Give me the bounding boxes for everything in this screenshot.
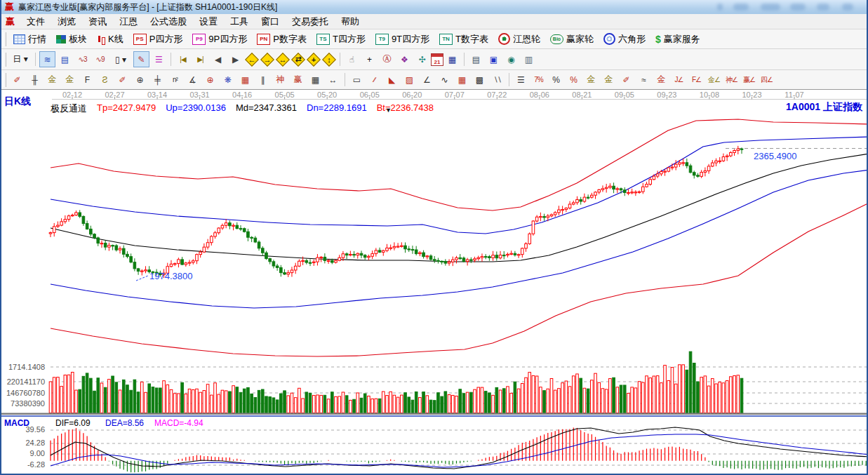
box-diag-icon[interactable]: ▨ bbox=[401, 72, 418, 88]
percent-7-icon[interactable]: 7% bbox=[530, 72, 547, 88]
j-angle-icon[interactable]: J∠ bbox=[671, 72, 687, 88]
gold-circle-icon[interactable]: 金 bbox=[583, 72, 599, 88]
pen-b-icon[interactable]: ✐ bbox=[618, 72, 634, 88]
next-bar-icon[interactable]: ▶ bbox=[227, 51, 243, 67]
pane-period-label[interactable]: 日K线 bbox=[4, 95, 31, 108]
toolbar-item-quotes[interactable]: 行情 bbox=[8, 31, 51, 48]
menu-item-7[interactable]: 窗口 bbox=[255, 14, 286, 29]
four-angle-icon[interactable]: 四∠ bbox=[759, 72, 775, 88]
fan-lines-icon[interactable]: ∕∕ bbox=[366, 72, 382, 88]
period-day-dropdown[interactable]: 日 ▾ bbox=[9, 51, 32, 67]
gold-red-icon[interactable]: 金 bbox=[653, 72, 669, 88]
menu-item-8[interactable]: 交易委托 bbox=[286, 14, 335, 29]
toolbar-item-gann-wheel[interactable]: 江恩轮 bbox=[493, 31, 545, 48]
export-web-icon[interactable]: ◉ bbox=[503, 51, 519, 67]
wave-tool-icon[interactable]: ∿ bbox=[436, 72, 453, 88]
print-icon[interactable]: ▥ bbox=[521, 51, 537, 67]
red-grid-icon[interactable]: ▦ bbox=[454, 72, 470, 88]
draw-pen-2-icon[interactable]: ✐ bbox=[114, 72, 131, 88]
number-grid-icon[interactable]: ▦ bbox=[307, 72, 323, 88]
line-grid-icon[interactable]: ╫ bbox=[27, 72, 43, 88]
titlebar-blurred-control[interactable] bbox=[761, 4, 780, 11]
symbol-label[interactable]: 1A0001 上证指数 bbox=[786, 101, 862, 114]
menu-item-4[interactable]: 公式选股 bbox=[144, 14, 193, 29]
menu-item-9[interactable]: 帮助 bbox=[335, 14, 366, 29]
dark-grid-icon[interactable]: ▩ bbox=[472, 72, 488, 88]
toolbar-item-winner-service[interactable]: $赢家服务 bbox=[650, 31, 705, 48]
toolbar-item-9p-square[interactable]: P99P四方形 bbox=[187, 31, 252, 48]
compress-icon[interactable]: ⇄ bbox=[291, 53, 305, 67]
zoom-in-icon[interactable]: + bbox=[307, 53, 321, 67]
pan-hand-icon[interactable]: ☝ bbox=[344, 51, 360, 67]
calculator-icon[interactable]: ▦ bbox=[444, 51, 460, 67]
gann-shape-icon[interactable]: ❖ bbox=[396, 51, 413, 67]
gold-ratio-2-icon[interactable]: 金 bbox=[62, 72, 78, 88]
shen-angle-icon[interactable]: 神∠ bbox=[723, 72, 740, 88]
info-panel-icon[interactable]: ▤ bbox=[57, 51, 73, 67]
wave-line-icon[interactable]: ≈ bbox=[636, 72, 652, 88]
menu-item-0[interactable]: 文件 bbox=[20, 14, 51, 29]
titlebar-blurred-control[interactable] bbox=[842, 4, 853, 11]
slash-lines-icon[interactable]: ∖∖ bbox=[489, 72, 505, 88]
depth-bars-icon[interactable]: ☰ bbox=[513, 72, 529, 88]
fibo-f-icon[interactable]: F bbox=[79, 72, 95, 88]
pattern-icon[interactable]: ✣ bbox=[414, 51, 430, 67]
wave-3-icon[interactable]: ∿3 bbox=[74, 51, 91, 67]
ying-angle-icon[interactable]: 赢∠ bbox=[741, 72, 757, 88]
percent-line-icon[interactable]: % bbox=[566, 72, 582, 88]
save-icon[interactable]: ▣ bbox=[486, 51, 502, 67]
stretch-horizontal-icon[interactable]: ↔ bbox=[276, 53, 290, 67]
first-page-icon[interactable]: |◀ bbox=[175, 51, 191, 67]
prev-bar-icon[interactable]: ◀ bbox=[210, 51, 226, 67]
wave-9-icon[interactable]: ∿9 bbox=[92, 51, 108, 67]
toolbar-item-t-number-table[interactable]: TNT数字表 bbox=[434, 31, 493, 48]
toolbar-item-9t-square[interactable]: T99T四方形 bbox=[370, 31, 434, 48]
crosshair-circle-icon[interactable]: ⊕ bbox=[202, 72, 218, 88]
gold-ratio-icon[interactable]: 金 bbox=[44, 72, 60, 88]
titlebar-blurred-control[interactable] bbox=[733, 4, 749, 11]
draw-pen-icon[interactable]: ✐ bbox=[9, 72, 25, 88]
hash-lines-icon[interactable]: ╪ bbox=[149, 72, 166, 88]
menu-item-6[interactable]: 工具 bbox=[224, 14, 255, 29]
menu-item-2[interactable]: 资讯 bbox=[82, 14, 113, 29]
cycle-circle-icon[interactable]: ⊕ bbox=[132, 72, 148, 88]
formula-edit-icon[interactable]: ✎ bbox=[133, 51, 149, 67]
calendar-icon[interactable]: 21 bbox=[431, 53, 443, 66]
trend-wave-icon[interactable]: ≋ bbox=[39, 51, 55, 67]
percent-icon[interactable]: % bbox=[548, 72, 564, 88]
toolbar-item-t-square[interactable]: TST四方形 bbox=[312, 31, 370, 48]
toolbar-item-p-square[interactable]: PSP四方形 bbox=[128, 31, 188, 48]
f-angle-icon[interactable]: F∠ bbox=[688, 72, 705, 88]
titlebar-blurred-control[interactable] bbox=[717, 4, 723, 11]
gann-box-icon[interactable]: ▦ bbox=[237, 72, 253, 88]
toolbar-item-kline[interactable]: K线 bbox=[92, 31, 128, 48]
select-box-icon[interactable]: ▭ bbox=[349, 72, 365, 88]
spiral-icon[interactable]: Ƨ bbox=[97, 72, 113, 88]
shen-tool-icon[interactable]: 神 bbox=[272, 72, 288, 88]
gold-line-icon[interactable]: 金 bbox=[601, 72, 617, 88]
star-grid-icon[interactable]: ❋ bbox=[220, 72, 236, 88]
titlebar-blurred-control[interactable] bbox=[790, 4, 806, 11]
fan-corner-icon[interactable]: ◣ bbox=[384, 72, 400, 88]
pan-left-icon[interactable]: ← bbox=[245, 53, 259, 67]
pan-right-icon[interactable]: → bbox=[260, 53, 274, 67]
menu-item-1[interactable]: 浏览 bbox=[51, 14, 82, 29]
menu-item-5[interactable]: 设置 bbox=[193, 14, 224, 29]
parallel-icon[interactable]: ∥ bbox=[255, 72, 271, 88]
toolbar-item-sectors[interactable]: 板块 bbox=[51, 31, 92, 48]
ying-tool-icon[interactable]: 赢 bbox=[290, 72, 306, 88]
toolbar-item-winner-wheel[interactable]: Bio赢家轮 bbox=[545, 31, 599, 48]
trend-angle-icon[interactable]: ∠ bbox=[419, 72, 435, 88]
titlebar-blurred-control[interactable] bbox=[817, 4, 829, 11]
span-arrow-icon[interactable]: ↔ bbox=[325, 72, 341, 88]
gold-angle-icon[interactable]: 金∠ bbox=[706, 72, 722, 88]
toolbar-item-p-number-table[interactable]: PNP数字表 bbox=[252, 31, 312, 48]
crosshair-icon[interactable]: + bbox=[361, 51, 378, 67]
notes-icon[interactable]: ▤ bbox=[468, 51, 484, 67]
last-page-icon[interactable]: ▶| bbox=[192, 51, 208, 67]
toolbar-item-hexagon[interactable]: 六角形 bbox=[599, 31, 650, 48]
fit-vertical-icon[interactable]: ↕ bbox=[322, 53, 336, 67]
chart-canvas[interactable] bbox=[1, 90, 868, 475]
pane-splitter-icon[interactable]: ▼ bbox=[385, 107, 392, 114]
zoom-area-icon[interactable]: Ⓐ bbox=[379, 51, 395, 67]
